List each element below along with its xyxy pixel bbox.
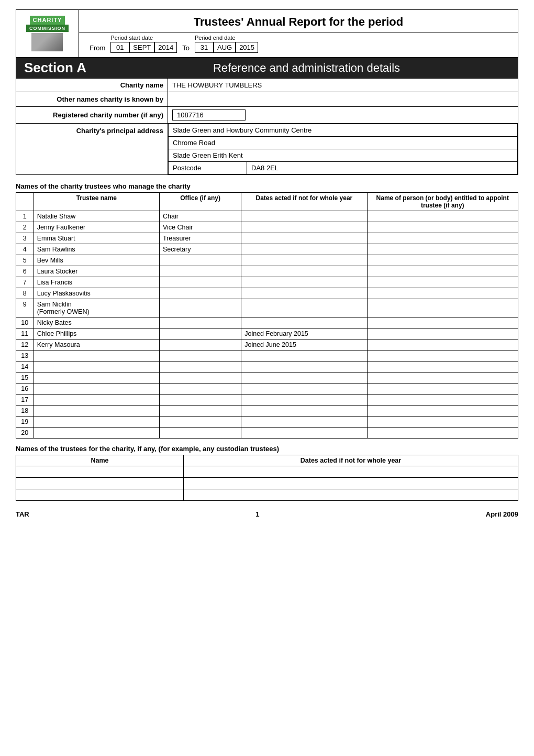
trustee-name-cell[interactable]: Lucy Plaskasovitis [34,288,159,299]
dates-cell[interactable] [241,266,367,277]
appoint-cell[interactable] [367,317,518,328]
start-day-field[interactable]: 01 [110,42,129,53]
dates-cell[interactable] [241,288,367,299]
appoint-cell[interactable] [367,428,518,439]
dates-cell[interactable] [241,277,367,288]
office-cell[interactable] [159,372,241,384]
dates-cell[interactable] [241,244,367,255]
custodian-dates-cell[interactable] [184,466,518,478]
trustee-name-cell[interactable]: Laura Stocker [34,266,159,277]
dates-cell[interactable] [241,417,367,428]
custodian-dates-cell[interactable] [184,478,518,489]
appoint-cell[interactable] [367,277,518,288]
appoint-cell[interactable] [367,244,518,255]
office-cell[interactable]: Chair [159,211,241,222]
dates-cell[interactable] [241,211,367,222]
appoint-cell[interactable] [367,255,518,266]
reg-number-field[interactable]: 1087716 [172,109,246,120]
appoint-cell[interactable] [367,406,518,417]
address-line1[interactable]: Slade Green and Howbury Community Centre [169,124,518,137]
trustee-name-cell[interactable]: Chloe Phillips [34,328,159,339]
custodian-name-cell[interactable] [16,466,184,478]
office-cell[interactable] [159,428,241,439]
office-cell[interactable] [159,255,241,266]
address-line3[interactable]: Slade Green Erith Kent [169,149,518,162]
appoint-cell[interactable] [367,211,518,222]
office-cell[interactable] [159,350,241,361]
trustee-name-cell[interactable] [34,350,159,361]
appoint-cell[interactable] [367,299,518,317]
office-cell[interactable] [159,299,241,317]
appoint-cell[interactable] [367,288,518,299]
office-cell[interactable] [159,384,241,395]
custodian-name-cell[interactable] [16,489,184,501]
postcode-label: Postcode [169,162,247,174]
dates-cell[interactable]: Joined February 2015 [241,328,367,339]
appoint-cell[interactable] [367,350,518,361]
appoint-cell[interactable] [367,384,518,395]
trustee-name-cell[interactable]: Sam Rawlins [34,244,159,255]
office-cell[interactable] [159,406,241,417]
dates-cell[interactable] [241,317,367,328]
office-cell[interactable] [159,361,241,372]
trustee-name-cell[interactable] [34,361,159,372]
dates-cell[interactable] [241,255,367,266]
trustee-name-cell[interactable]: Bev Mills [34,255,159,266]
start-month-field[interactable]: SEPT [129,42,154,53]
trustee-name-cell[interactable] [34,395,159,406]
address-line2[interactable]: Chrome Road [169,137,518,149]
dates-cell[interactable] [241,406,367,417]
appoint-cell[interactable] [367,222,518,233]
trustee-name-cell[interactable]: Sam Nicklin (Formerly OWEN) [34,299,159,317]
appoint-cell[interactable] [367,328,518,339]
office-cell[interactable] [159,288,241,299]
office-cell[interactable] [159,266,241,277]
office-cell[interactable] [159,277,241,288]
trustee-name-cell[interactable] [34,406,159,417]
appoint-cell[interactable] [367,233,518,244]
appoint-cell[interactable] [367,395,518,406]
dates-cell[interactable] [241,222,367,233]
dates-cell[interactable] [241,395,367,406]
trustee-name-cell[interactable] [34,372,159,384]
trustee-name-cell[interactable]: Emma Stuart [34,233,159,244]
office-cell[interactable]: Secretary [159,244,241,255]
trustee-name-cell[interactable] [34,384,159,395]
charity-name-value[interactable]: THE HOWBURY TUMBLERS [168,79,518,92]
dates-cell[interactable] [241,299,367,317]
office-cell[interactable] [159,339,241,350]
dates-cell[interactable] [241,372,367,384]
appoint-cell[interactable] [367,372,518,384]
trustee-name-cell[interactable] [34,428,159,439]
appoint-cell[interactable] [367,417,518,428]
dates-cell[interactable] [241,361,367,372]
dates-cell[interactable] [241,350,367,361]
trustee-name-cell[interactable]: Nicky Bates [34,317,159,328]
appoint-cell[interactable] [367,361,518,372]
office-cell[interactable]: Treasurer [159,233,241,244]
office-cell[interactable] [159,417,241,428]
trustee-name-cell[interactable]: Lisa Francis [34,277,159,288]
end-month-field[interactable]: AUG [214,42,236,53]
custodian-dates-cell[interactable] [184,489,518,501]
office-cell[interactable] [159,395,241,406]
office-cell[interactable]: Vice Chair [159,222,241,233]
trustee-name-cell[interactable]: Kerry Masoura [34,339,159,350]
custodian-name-cell[interactable] [16,478,184,489]
start-year-field[interactable]: 2014 [154,42,177,53]
trustee-name-cell[interactable] [34,417,159,428]
end-year-field[interactable]: 2015 [236,42,258,53]
end-day-field[interactable]: 31 [195,42,214,53]
dates-cell[interactable]: Joined June 2015 [241,339,367,350]
office-cell[interactable] [159,317,241,328]
postcode-value[interactable]: DA8 2EL [247,162,518,174]
other-names-value[interactable] [168,92,518,107]
appoint-cell[interactable] [367,266,518,277]
trustee-name-cell[interactable]: Jenny Faulkener [34,222,159,233]
trustee-name-cell[interactable]: Natalie Shaw [34,211,159,222]
dates-cell[interactable] [241,233,367,244]
appoint-cell[interactable] [367,339,518,350]
dates-cell[interactable] [241,428,367,439]
office-cell[interactable] [159,328,241,339]
dates-cell[interactable] [241,384,367,395]
